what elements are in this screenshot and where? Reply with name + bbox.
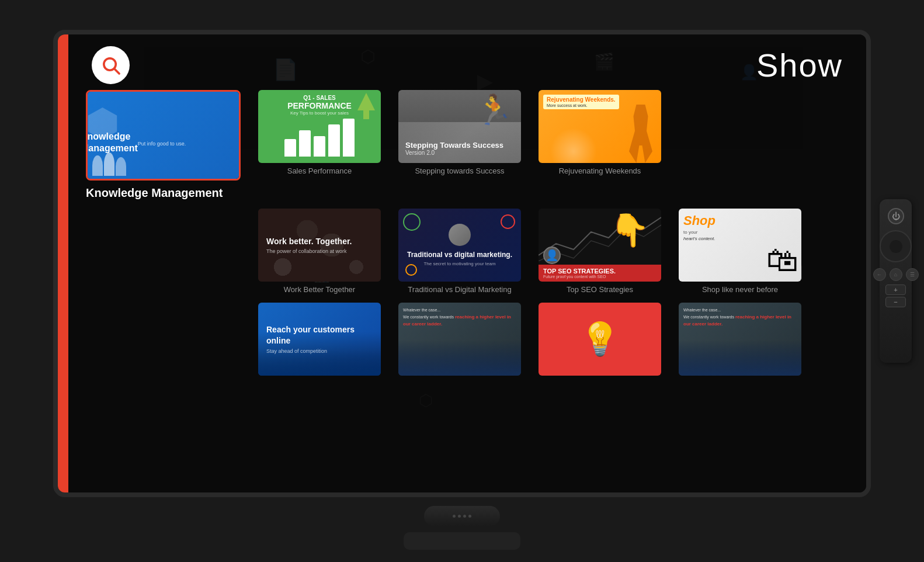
remote-row-1: ← ⌂ ☰: [873, 268, 919, 281]
perf-label: PERFORMANCE: [287, 101, 352, 110]
bulb-icon: 💡: [580, 320, 620, 358]
thumb-reach-customers: Reach your customers online Stay ahead o…: [258, 303, 381, 376]
top-row: KnowledgeManagement Put info good to use…: [86, 90, 849, 200]
search-icon: [100, 55, 121, 75]
search-button[interactable]: [92, 46, 130, 84]
rejuv-title: Rejuvenating Weekends.: [547, 96, 616, 103]
header: Show: [68, 34, 866, 90]
steps-subtitle: Version 2.0: [405, 150, 503, 156]
dot3: [463, 515, 466, 518]
item-top-seo[interactable]: 👆 👤 TOP SEO STRATEGIES. Future proof you…: [539, 209, 661, 294]
trad-subtitle: The secret to motivating your team: [423, 261, 495, 266]
set-top-box: [424, 506, 500, 526]
seo-red-banner: TOP SEO STRATEGIES. Future proof you con…: [539, 265, 661, 282]
vol-up-button[interactable]: +: [885, 285, 906, 295]
vol-down-button[interactable]: −: [885, 297, 906, 307]
item-knowledge-management[interactable]: KnowledgeManagement Put info good to use…: [86, 90, 241, 200]
thumb-rejuvenating-weekends: Rejuvenating Weekends. More success at w…: [539, 90, 661, 163]
steps-main-title: Stepping Towards Success: [405, 141, 503, 150]
remote-buttons: ← ⌂ ☰ + −: [884, 268, 907, 307]
label-stepping-success: Stepping towards Success: [415, 166, 504, 175]
thumb-career-1: Whatever the case... We constantly work …: [398, 303, 521, 376]
item-rejuvenating-weekends[interactable]: Rejuvenating Weekends. More success at w…: [539, 90, 661, 175]
bar3: [314, 136, 325, 157]
label-shop: Shop like never before: [702, 285, 778, 294]
dot2: [458, 515, 461, 518]
volume-buttons: + −: [885, 285, 906, 307]
bar1: [284, 139, 296, 157]
tv-screen: 📄 ⬡ ▶ ⬡ 🎬 💡 👤 ✈ 📊 💬 🔍 📈 ⬡: [53, 30, 871, 497]
bar5: [343, 119, 355, 157]
tv-wrapper: 📄 ⬡ ▶ ⬡ 🎬 💡 👤 ✈ 📊 💬 🔍 📈 ⬡: [53, 30, 871, 532]
thumb-career-2: Whatever the case... We constantly work …: [679, 303, 801, 376]
trend-arrow: [357, 93, 375, 122]
label-top-seo: Top SEO Strategies: [567, 285, 633, 294]
work-subtitle: The power of collaboration at work: [266, 248, 373, 254]
career-text-prefix: Whatever the case...: [403, 308, 440, 312]
career-text-main-2: We constantly work towards reaching a hi…: [683, 315, 791, 326]
main-content: KnowledgeManagement Put info good to use…: [68, 90, 866, 381]
circle-green: [403, 213, 421, 231]
back-button[interactable]: ←: [873, 268, 886, 281]
circle-red: [501, 214, 515, 229]
km-title: KnowledgeManagement: [86, 131, 138, 153]
tv-stand-base: [404, 532, 520, 550]
menu-button[interactable]: ☰: [906, 268, 919, 281]
thumb-traditional-digital: Traditional vs digital marketing. The se…: [398, 209, 521, 282]
app-title: Show: [756, 46, 843, 84]
home-button[interactable]: ⌂: [890, 268, 902, 281]
mid-row: Work better. Together. The power of coll…: [86, 209, 849, 294]
item-traditional-digital[interactable]: Traditional vs digital marketing. The se…: [398, 209, 521, 294]
item-stepping-success[interactable]: 🏃 Stepping Towards Success Version 2.0 S…: [398, 90, 521, 175]
rejuv-sub: More success at work.: [547, 103, 616, 107]
svg-marker-2: [357, 93, 375, 110]
label-rejuvenating-weekends: Rejuvenating Weekends: [559, 166, 641, 175]
avatar-circle: [449, 224, 471, 246]
runner-icon: 🏃: [476, 93, 512, 127]
seo-title: TOP SEO STRATEGIES.: [543, 268, 656, 275]
thumb-shop: Shop to yourheart's content. 🛍: [679, 209, 801, 282]
dot1: [453, 515, 456, 518]
red-accent-bar: [58, 34, 68, 492]
career-content-1: Whatever the case... We constantly work …: [403, 307, 516, 328]
item-career-2[interactable]: Whatever the case... We constantly work …: [679, 303, 801, 376]
career-text-prefix-2: Whatever the case...: [683, 308, 721, 312]
circle-orange: [405, 264, 417, 276]
bar2: [299, 130, 311, 157]
reach-title: Reach your customers online: [266, 324, 373, 345]
dot4: [468, 515, 471, 518]
reach-sub: Stay ahead of competition: [266, 348, 373, 354]
power-button[interactable]: ⏻: [888, 208, 904, 224]
shop-word: Shop: [683, 213, 715, 228]
label-knowledge-management: Knowledge Management: [86, 186, 223, 200]
item-sales-performance[interactable]: Q1 - SALES PERFORMANCE Key Tips to boost…: [258, 90, 381, 175]
career-text-main: We constantly work towards reaching a hi…: [403, 315, 511, 326]
screen-content: 📄 ⬡ ▶ ⬡ 🎬 💡 👤 ✈ 📊 💬 🔍 📈 ⬡: [68, 34, 866, 492]
km-sub: Put info good to use.: [138, 141, 186, 147]
woman-silhouette: [626, 105, 655, 163]
thumb-knowledge-management: KnowledgeManagement Put info good to use…: [86, 90, 241, 181]
dpad-center[interactable]: [890, 240, 902, 253]
hand-icon: 👆: [609, 211, 649, 249]
bar4: [328, 124, 340, 157]
item-bulb[interactable]: 💡: [539, 303, 661, 376]
label-sales-performance: Sales Performance: [287, 166, 352, 175]
reach-overlay: Reach your customers online Stay ahead o…: [258, 303, 381, 376]
steps-caption: Stepping Towards Success Version 2.0: [405, 141, 503, 156]
svg-rect-3: [363, 110, 369, 119]
item-shop[interactable]: Shop to yourheart's content. 🛍 Shop like…: [679, 209, 801, 294]
dpad[interactable]: [880, 230, 912, 262]
thumb-top-seo: 👆 👤 TOP SEO STRATEGIES. Future proof you…: [539, 209, 661, 282]
shop-phrase: to yourheart's content.: [683, 229, 715, 242]
seo-subtitle: Future proof you content with SEO: [543, 275, 656, 279]
remote-control: ⏻ ← ⌂ ☰ + −: [880, 199, 912, 363]
item-work-better[interactable]: Work better. Together. The power of coll…: [258, 209, 381, 294]
thumb-work-better: Work better. Together. The power of coll…: [258, 209, 381, 282]
rejuv-title-box: Rejuvenating Weekends. More success at w…: [543, 95, 619, 109]
thumb-bulb: 💡: [539, 303, 661, 376]
career-content-2: Whatever the case... We constantly work …: [683, 307, 797, 328]
item-career-1[interactable]: Whatever the case... We constantly work …: [398, 303, 521, 376]
bot-row: Reach your customers online Stay ahead o…: [86, 303, 849, 376]
item-reach-customers[interactable]: Reach your customers online Stay ahead o…: [258, 303, 381, 376]
svg-line-1: [114, 69, 119, 74]
